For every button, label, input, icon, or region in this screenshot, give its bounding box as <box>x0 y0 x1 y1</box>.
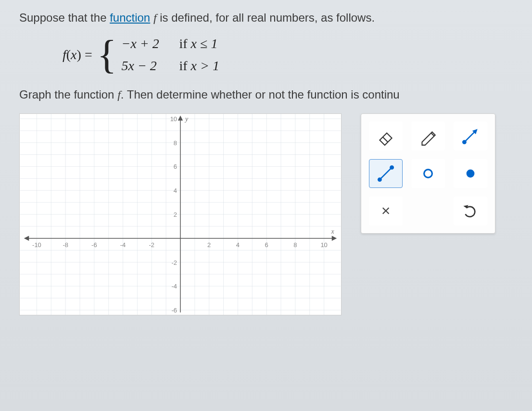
case1-expr: −x + 2 <box>121 36 179 51</box>
undo-icon <box>460 201 481 221</box>
question-text: Suppose that the function f is defined, … <box>19 10 513 26</box>
undo-tool[interactable] <box>454 197 487 225</box>
ytick: 2 <box>174 211 177 218</box>
eraser-tool[interactable] <box>369 122 403 150</box>
case1-var: x ≤ 1 <box>191 36 218 51</box>
case2-expr: 5x − 2 <box>121 58 179 74</box>
xtick: 6 <box>265 241 268 248</box>
case2-var: x > 1 <box>191 58 219 73</box>
function-link[interactable]: function <box>110 11 150 24</box>
xtick: -6 <box>91 241 97 248</box>
cases: −x + 2 if x ≤ 1 5x − 2 if x > 1 <box>121 36 219 74</box>
closed-circle-tool[interactable] <box>454 159 487 188</box>
drawing-toolbox: × <box>361 113 495 234</box>
xtick: -4 <box>120 241 126 248</box>
clear-icon: × <box>381 202 391 220</box>
question-suffix: is defined, for all real numbers, as fol… <box>157 11 375 24</box>
xtick: 2 <box>207 241 211 248</box>
svg-line-42 <box>380 167 392 179</box>
closed-circle-icon <box>460 163 481 184</box>
open-circle-tool[interactable] <box>411 159 445 188</box>
xtick: 10 <box>320 241 327 248</box>
lhs-x: x <box>71 47 76 62</box>
instruction-prefix: Graph the function <box>19 88 117 101</box>
lhs-open: ( <box>66 47 71 62</box>
x-axis-label: x <box>330 227 334 235</box>
line-icon <box>376 163 396 184</box>
eraser-icon <box>376 126 396 146</box>
svg-point-43 <box>378 178 381 181</box>
ytick: 10 <box>170 115 177 123</box>
question-func-letter: f <box>153 12 157 24</box>
ytick: -4 <box>172 283 177 290</box>
y-axis-label: y <box>184 115 189 123</box>
coordinate-grid[interactable]: -10 -8 -6 -4 -2 2 4 6 8 10 10 8 6 4 2 -2… <box>20 114 341 315</box>
ytick: 8 <box>174 139 177 146</box>
clear-tool[interactable]: × <box>369 197 403 225</box>
x-tick-labels: -10 -8 -6 -4 -2 2 4 6 8 10 <box>32 241 328 248</box>
ray-icon <box>460 126 481 146</box>
xtick: -10 <box>32 241 41 248</box>
instruction-text: Graph the function f. Then determine whe… <box>19 88 513 101</box>
xtick: -8 <box>63 241 68 248</box>
svg-marker-36 <box>332 236 336 240</box>
svg-point-45 <box>424 169 432 177</box>
eq-sign: = <box>81 47 92 62</box>
svg-marker-38 <box>178 116 182 120</box>
xtick: 8 <box>293 241 297 248</box>
ray-tool[interactable] <box>454 122 487 150</box>
lhs: f(x) = <box>63 47 92 62</box>
case2-if: if <box>179 58 190 73</box>
bottom-area: -10 -8 -6 -4 -2 2 4 6 8 10 10 8 6 4 2 -2… <box>19 113 513 315</box>
pencil-icon <box>418 126 438 146</box>
y-tick-labels: 10 8 6 4 2 -2 -4 -6 <box>170 115 177 314</box>
lhs-close: ) <box>77 47 81 62</box>
case-1: −x + 2 if x ≤ 1 <box>121 36 219 51</box>
graph-container[interactable]: -10 -8 -6 -4 -2 2 4 6 8 10 10 8 6 4 2 -2… <box>19 113 342 315</box>
xtick: 4 <box>236 241 240 248</box>
ytick: -6 <box>172 307 177 314</box>
xtick: -2 <box>149 241 155 248</box>
instruction-func: f <box>117 88 121 101</box>
svg-point-40 <box>463 140 466 143</box>
open-circle-icon <box>418 163 438 184</box>
question-prefix: Suppose that the <box>19 11 110 24</box>
pencil-tool[interactable] <box>411 122 445 150</box>
case1-cond: if x ≤ 1 <box>179 36 217 51</box>
ytick: 6 <box>174 163 177 170</box>
lhs-f: f <box>63 47 66 62</box>
case2-cond: if x > 1 <box>179 58 219 74</box>
ytick: -2 <box>172 259 177 266</box>
ytick: 4 <box>174 187 177 194</box>
line-segment-tool[interactable] <box>369 159 403 188</box>
case-2: 5x − 2 if x > 1 <box>121 58 219 74</box>
svg-point-44 <box>390 166 393 169</box>
question-space <box>150 11 153 24</box>
svg-marker-37 <box>25 236 29 240</box>
brace: { <box>97 39 117 70</box>
case1-if: if <box>179 36 190 51</box>
instruction-suffix: . Then determine whether or not the func… <box>121 88 400 101</box>
svg-point-46 <box>467 169 475 177</box>
piecewise-equation: f(x) = { −x + 2 if x ≤ 1 5x − 2 if x > 1 <box>63 36 513 74</box>
